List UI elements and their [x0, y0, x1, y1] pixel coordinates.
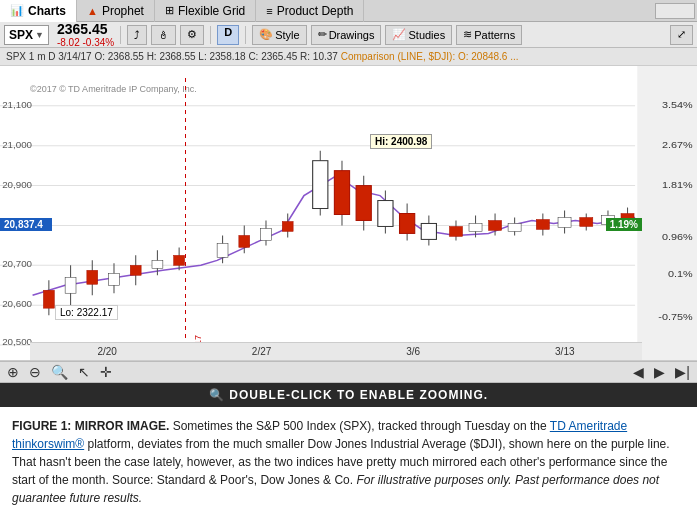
svg-rect-34 — [356, 186, 371, 221]
separator-3 — [245, 26, 246, 44]
svg-rect-8 — [43, 290, 54, 308]
x-label-3: 3/6 — [406, 346, 420, 357]
cursor-button[interactable]: ↖ — [75, 364, 93, 380]
zoom-bar-text: 🔍 DOUBLE-CLICK TO ENABLE ZOOMING. — [209, 388, 488, 402]
price-value: 2365.45 — [57, 21, 114, 37]
svg-text:20,500: 20,500 — [2, 337, 32, 347]
flexible-grid-icon: ⊞ — [165, 4, 174, 17]
pencil-icon: ✏ — [318, 28, 327, 41]
expand-icon: ⤢ — [677, 28, 686, 41]
tab-flexible-grid[interactable]: ⊞ Flexible Grid — [155, 0, 256, 22]
svg-text:3.54%: 3.54% — [662, 99, 693, 110]
candle-button[interactable]: 🕯 — [151, 25, 176, 45]
style-icon: 🎨 — [259, 28, 273, 41]
share-button[interactable]: ⤴ — [127, 25, 147, 45]
tab-flexible-grid-label: Flexible Grid — [178, 4, 245, 18]
separator-1 — [120, 26, 121, 44]
svg-rect-40 — [421, 223, 436, 239]
green-pct-label: 1.19% — [606, 218, 642, 231]
zoom-bar[interactable]: 🔍 DOUBLE-CLICK TO ENABLE ZOOMING. — [0, 383, 697, 407]
patterns-button[interactable]: ≋ Patterns — [456, 25, 522, 45]
svg-rect-46 — [489, 220, 502, 230]
svg-rect-50 — [536, 219, 549, 229]
svg-rect-52 — [558, 217, 571, 227]
svg-text:1.81%: 1.81% — [662, 179, 693, 190]
svg-rect-24 — [239, 235, 250, 247]
charts-icon: 📊 — [10, 4, 24, 17]
price-change: -8.02 -0.34% — [57, 37, 114, 48]
separator-2 — [210, 26, 211, 44]
magnifier-button[interactable]: 🔍 — [48, 364, 71, 380]
svg-rect-22 — [217, 243, 228, 257]
svg-rect-30 — [313, 161, 328, 209]
svg-rect-48 — [508, 223, 521, 231]
scroll-left-button[interactable]: ◀ — [630, 364, 647, 380]
svg-text:21,100: 21,100 — [2, 100, 32, 110]
svg-text:21,000: 21,000 — [2, 140, 32, 150]
x-label-4: 3/13 — [555, 346, 574, 357]
studies-label: Studies — [408, 29, 445, 41]
scroll-end-button[interactable]: ▶| — [672, 364, 693, 380]
symbol-text: SPX — [9, 28, 33, 42]
chart-info-text: SPX 1 m D 3/14/17 O: 2368.55 H: 2368.55 … — [6, 51, 338, 62]
svg-text:2.67%: 2.67% — [662, 139, 693, 150]
zoom-out-button[interactable]: ⊕ — [4, 364, 22, 380]
period-button[interactable]: D — [217, 25, 239, 45]
svg-rect-42 — [449, 226, 462, 236]
svg-text:0.96%: 0.96% — [662, 232, 693, 243]
figure-label: FIGURE 1: MIRROR IMAGE. — [12, 419, 169, 433]
comparison-text: Comparison (LINE, $DJI): O: 20848.6 ... — [341, 51, 519, 62]
tab-charts-label: Charts — [28, 4, 66, 18]
patterns-icon: ≋ — [463, 28, 472, 41]
svg-rect-36 — [378, 201, 393, 227]
svg-text:20,900: 20,900 — [2, 180, 32, 190]
drawings-button[interactable]: ✏ Drawings — [311, 25, 382, 45]
tab-prophet[interactable]: ▲ Prophet — [77, 0, 155, 22]
symbol-dropdown-icon: ▼ — [35, 30, 44, 40]
caption-area: FIGURE 1: MIRROR IMAGE. Sometimes the S&… — [0, 407, 697, 511]
price-block: 2365.45 -8.02 -0.34% — [57, 21, 114, 48]
svg-rect-20 — [174, 255, 185, 265]
studies-icon: 📈 — [392, 28, 406, 41]
caption-text-1: Sometimes the S&P 500 Index (SPX), track… — [169, 419, 549, 433]
prophet-icon: ▲ — [87, 5, 98, 17]
svg-rect-16 — [130, 265, 141, 275]
period-label: D — [224, 26, 232, 38]
share-icon: ⤴ — [134, 29, 140, 41]
hi-tooltip: Hi: 2400.98 — [370, 134, 432, 149]
svg-text:20,600: 20,600 — [2, 300, 32, 310]
product-depth-icon: ≡ — [266, 5, 272, 17]
scroll-right-button[interactable]: ▶ — [651, 364, 668, 380]
chart-info-bar: SPX 1 m D 3/14/17 O: 2368.55 H: 2368.55 … — [0, 48, 697, 66]
tab-prophet-label: Prophet — [102, 4, 144, 18]
tab-product-depth[interactable]: ≡ Product Depth — [256, 0, 364, 22]
candle-icon: 🕯 — [158, 29, 169, 41]
svg-text:0.1%: 0.1% — [668, 269, 693, 280]
svg-rect-14 — [109, 273, 120, 285]
tab-product-depth-label: Product Depth — [277, 4, 354, 18]
blue-price-label: 20,837.4 — [0, 218, 52, 231]
chart-area: ©2017 © TD Ameritrade IP Company, Inc. 2… — [0, 66, 697, 361]
svg-rect-10 — [65, 277, 76, 293]
svg-rect-44 — [469, 223, 482, 231]
studies-button[interactable]: 📈 Studies — [385, 25, 452, 45]
zoom-in-button[interactable]: ⊖ — [26, 364, 44, 380]
symbol-selector[interactable]: SPX ▼ — [4, 25, 49, 45]
tab-bar: 📊 Charts ▲ Prophet ⊞ Flexible Grid ≡ Pro… — [0, 0, 697, 22]
toolbar: SPX ▼ 2365.45 -8.02 -0.34% ⤴ 🕯 ⚙ D 🎨 Sty… — [0, 22, 697, 48]
style-button[interactable]: 🎨 Style — [252, 25, 306, 45]
x-axis: 2/20 2/27 3/6 3/13 — [30, 342, 642, 360]
svg-rect-28 — [282, 221, 293, 231]
expand-button[interactable]: ⤢ — [670, 25, 693, 45]
settings-button[interactable]: ⚙ — [180, 25, 204, 45]
x-label-1: 2/20 — [97, 346, 116, 357]
svg-rect-26 — [261, 228, 272, 240]
svg-rect-54 — [580, 217, 593, 226]
tab-charts[interactable]: 📊 Charts — [0, 0, 77, 22]
date-marker-line — [185, 78, 186, 342]
lo-label: Lo: 2322.17 — [55, 305, 118, 320]
chart-controls: ⊕ ⊖ 🔍 ↖ ✛ ◀ ▶ ▶| — [0, 361, 697, 383]
svg-rect-38 — [400, 213, 415, 233]
drawings-label: Drawings — [329, 29, 375, 41]
crosshair-button[interactable]: ✛ — [97, 364, 115, 380]
